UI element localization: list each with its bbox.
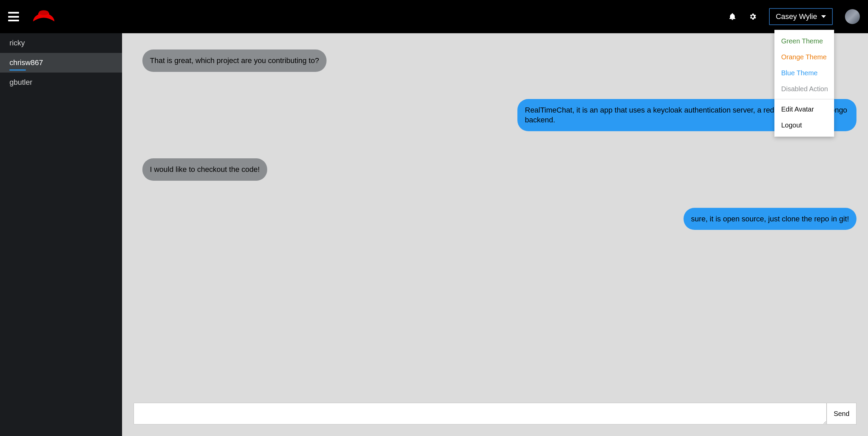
chevron-down-icon [821, 15, 826, 18]
message-row: I would like to checkout the code! [142, 158, 856, 181]
user-name-label: Casey Wylie [776, 12, 817, 21]
dropdown-item[interactable]: Orange Theme [774, 49, 834, 65]
gear-icon[interactable] [749, 13, 757, 21]
app-root: Casey Wylie Green ThemeOrange ThemeBlue … [0, 0, 868, 436]
dropdown-item[interactable]: Logout [774, 117, 834, 133]
sidebar: rickychrisw867gbutler [0, 33, 122, 436]
message-bubble: sure, it is open source, just clone the … [684, 208, 856, 230]
composer: Send [122, 403, 868, 436]
message-input[interactable] [134, 403, 827, 424]
sidebar-item-contact[interactable]: ricky [0, 33, 122, 53]
dropdown-item[interactable]: Green Theme [774, 33, 834, 49]
user-dropdown-menu: Green ThemeOrange ThemeBlue ThemeDisable… [774, 30, 834, 137]
dropdown-item[interactable]: Blue Theme [774, 65, 834, 81]
header: Casey Wylie Green ThemeOrange ThemeBlue … [0, 0, 868, 33]
chat-scroll[interactable]: That is great, which project are you con… [122, 33, 868, 403]
sidebar-item-contact[interactable]: gbutler [0, 73, 122, 92]
chat-main: That is great, which project are you con… [122, 33, 868, 436]
svg-point-2 [39, 10, 49, 15]
message-bubble: I would like to checkout the code! [142, 158, 267, 181]
body: rickychrisw867gbutler That is great, whi… [0, 33, 868, 436]
dropdown-item: Disabled Action [774, 81, 834, 97]
avatar[interactable] [845, 9, 860, 24]
message-row: That is great, which project are you con… [142, 49, 856, 72]
sidebar-item-contact[interactable]: chrisw867 [0, 53, 122, 73]
user-dropdown-toggle[interactable]: Casey Wylie [769, 8, 833, 25]
hamburger-menu-button[interactable] [8, 12, 19, 21]
dropdown-item[interactable]: Edit Avatar [774, 101, 834, 117]
dropdown-separator [774, 99, 834, 99]
message-row: RealTimeChat, it is an app that uses a k… [142, 99, 856, 131]
bell-icon[interactable] [728, 13, 736, 21]
send-button[interactable]: Send [827, 403, 856, 424]
message-bubble: That is great, which project are you con… [142, 49, 327, 72]
message-row: sure, it is open source, just clone the … [142, 208, 856, 230]
header-right: Casey Wylie [728, 8, 860, 25]
redhat-logo [28, 5, 59, 28]
